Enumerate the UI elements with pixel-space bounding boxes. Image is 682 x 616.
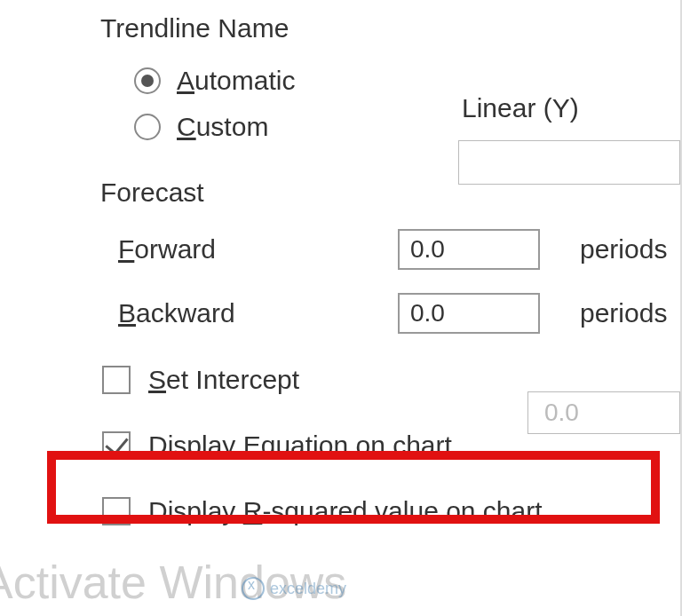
checkbox-icon [102, 497, 131, 525]
set-intercept-label: Set Intercept [148, 365, 299, 395]
checkbox-icon [102, 431, 131, 460]
custom-name-input[interactable] [458, 140, 680, 185]
radio-automatic[interactable]: Automatic [134, 66, 682, 96]
check-icon [105, 430, 128, 454]
backward-label: Backward [118, 298, 235, 328]
forward-label: Forward [118, 234, 216, 265]
display-equation-label: Display Equation on chart [148, 430, 452, 461]
backward-unit: periods [580, 298, 667, 328]
checkbox-icon [102, 366, 131, 394]
radio-icon [134, 114, 161, 140]
automatic-label: Automatic [177, 66, 295, 96]
forward-row: Forward 0.0 periods [118, 227, 682, 272]
custom-label: Custom [177, 112, 268, 142]
trendline-name-display: Linear (Y) [462, 93, 579, 123]
display-rsquared-label: Display R-squared value on chart [148, 496, 543, 526]
intercept-input: 0.0 [527, 391, 680, 434]
display-rsquared-row[interactable]: Display R-squared value on chart [102, 486, 682, 536]
trendline-name-title: Trendline Name [100, 13, 682, 43]
radio-custom[interactable]: Custom [134, 112, 682, 142]
format-trendline-panel: Trendline Name Automatic Custom Linear (… [0, 0, 682, 616]
backward-row: Backward 0.0 periods [118, 291, 682, 336]
forward-unit: periods [580, 234, 667, 265]
radio-icon [134, 67, 161, 94]
backward-input[interactable]: 0.0 [398, 293, 540, 334]
forward-input[interactable]: 0.0 [398, 229, 540, 270]
